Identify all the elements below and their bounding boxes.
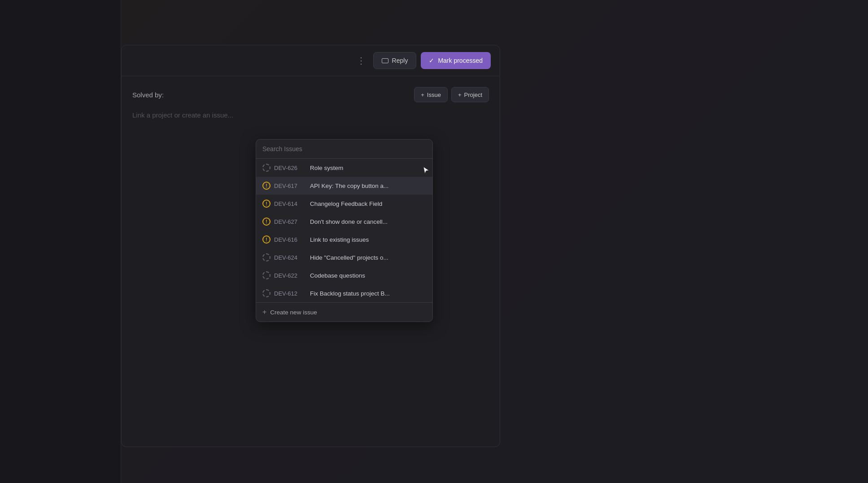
issue-id: DEV-624 (274, 254, 306, 261)
status-icon-inprogress (262, 200, 270, 208)
status-icon-inprogress (262, 235, 270, 244)
issue-title: Changelog Feedback Field (310, 200, 382, 207)
search-input-wrapper (256, 139, 432, 159)
toolbar: ⋮ Reply ✓ Mark processed (121, 45, 500, 76)
add-issue-label: Issue (427, 91, 441, 98)
solved-by-row: Solved by: + Issue + Project (132, 87, 489, 102)
plus-create-icon: + (262, 308, 266, 316)
issue-id: DEV-622 (274, 272, 306, 279)
issue-id: DEV-616 (274, 236, 306, 243)
create-new-label: Create new issue (270, 309, 317, 316)
link-placeholder: Link a project or create an issue... (132, 111, 489, 119)
add-issue-button[interactable]: + Issue (414, 87, 448, 102)
list-item[interactable]: DEV-627 Don't show done or cancell... (256, 213, 432, 231)
plus-icon: + (421, 91, 424, 98)
mark-processed-button[interactable]: ✓ Mark processed (421, 52, 491, 69)
issue-title: Hide "Cancelled" projects o... (310, 254, 388, 261)
issue-title: Fix Backlog status project B... (310, 290, 390, 297)
create-new-issue-button[interactable]: + Create new issue (256, 302, 432, 322)
reply-label: Reply (392, 57, 408, 64)
status-icon-backlog (262, 289, 270, 297)
envelope-icon (382, 58, 388, 63)
list-item[interactable]: DEV-614 Changelog Feedback Field (256, 195, 432, 213)
status-icon-backlog (262, 271, 270, 279)
list-item[interactable]: DEV-622 Codebase questions (256, 266, 432, 284)
solved-by-label: Solved by: (132, 91, 164, 99)
issue-id: DEV-614 (274, 200, 306, 207)
more-icon: ⋮ (357, 55, 366, 66)
issue-title: Role system (310, 165, 343, 171)
plus-icon-2: + (458, 91, 462, 98)
search-issues-input[interactable] (262, 145, 426, 152)
issue-title: Link to existing issues (310, 236, 369, 243)
add-project-button[interactable]: + Project (451, 87, 489, 102)
status-icon-inprogress (262, 218, 270, 226)
more-options-button[interactable]: ⋮ (353, 53, 369, 68)
add-project-label: Project (464, 91, 482, 98)
status-icon-backlog (262, 164, 270, 172)
issue-id: DEV-626 (274, 165, 306, 171)
list-item[interactable]: DEV-624 Hide "Cancelled" projects o... (256, 248, 432, 266)
issue-title: Don't show done or cancell... (310, 218, 388, 225)
issue-id: DEV-627 (274, 218, 306, 225)
search-dropdown: DEV-626 Role system DEV-617 API Key: The… (256, 139, 433, 322)
reply-button[interactable]: Reply (373, 52, 417, 69)
list-item[interactable]: DEV-616 Link to existing issues (256, 231, 432, 248)
check-icon: ✓ (429, 57, 434, 64)
list-item[interactable]: DEV-626 Role system (256, 159, 432, 177)
mark-processed-label: Mark processed (438, 57, 483, 64)
list-item[interactable]: DEV-617 API Key: The copy button a... (256, 177, 432, 195)
status-icon-inprogress (262, 182, 270, 190)
left-sidebar (0, 0, 121, 483)
issue-id: DEV-612 (274, 290, 306, 297)
issue-title: Codebase questions (310, 272, 365, 279)
dropdown-list: DEV-626 Role system DEV-617 API Key: The… (256, 159, 432, 302)
status-icon-backlog (262, 253, 270, 261)
issue-id: DEV-617 (274, 183, 306, 189)
issue-title: API Key: The copy button a... (310, 183, 388, 189)
action-buttons: + Issue + Project (414, 87, 489, 102)
list-item[interactable]: DEV-612 Fix Backlog status project B... (256, 284, 432, 302)
